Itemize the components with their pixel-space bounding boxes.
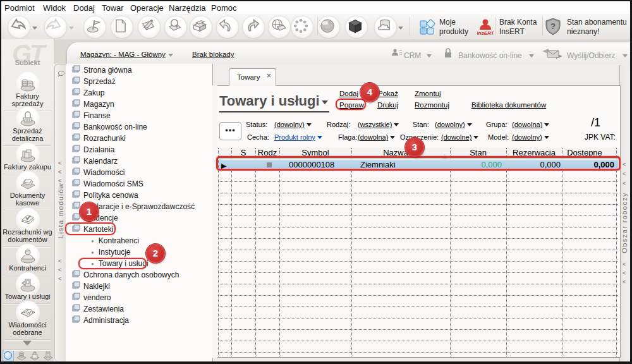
svg-text:?: ? [550, 21, 556, 31]
svg-text:InsERT: InsERT [477, 30, 494, 36]
